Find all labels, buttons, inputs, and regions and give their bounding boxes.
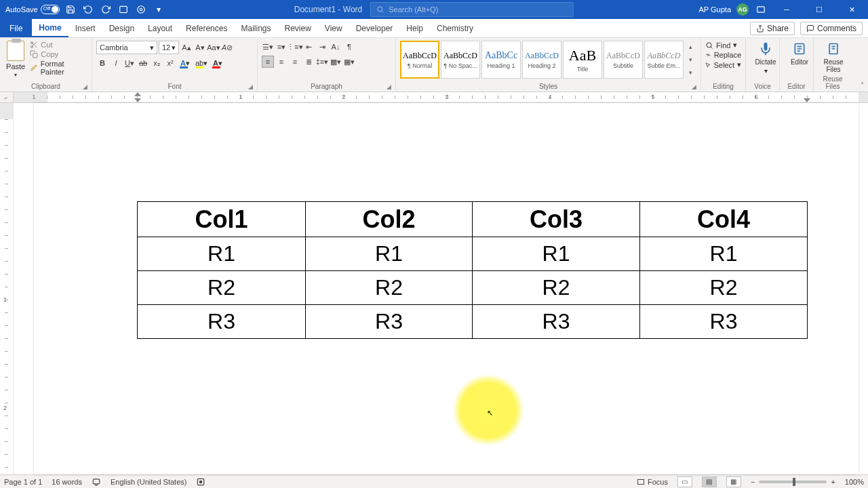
page-area[interactable]: Col1Col2Col3Col4 R1R1R1R1R2R2R2R2R3R3R3R… — [14, 103, 868, 474]
dialog-launcher-icon[interactable]: ◢ — [248, 83, 253, 90]
justify-button[interactable]: ≣ — [302, 56, 315, 68]
tab-design[interactable]: Design — [102, 19, 141, 37]
subscript-button[interactable]: x₂ — [151, 57, 163, 69]
italic-button[interactable]: I — [110, 57, 122, 69]
styles-more-button[interactable]: ▴▾▾ — [685, 41, 696, 79]
table-header[interactable]: Col1 — [138, 202, 306, 237]
replace-button[interactable]: Replace — [705, 51, 741, 59]
table-cell[interactable]: R1 — [473, 237, 640, 271]
change-case-button[interactable]: Aa▾ — [208, 41, 220, 54]
focus-mode-button[interactable]: Focus — [637, 478, 668, 486]
tab-insert[interactable]: Insert — [68, 19, 102, 37]
table-row[interactable]: R2R2R2R2 — [138, 271, 808, 305]
numbering-button[interactable]: ≡▾ — [275, 41, 288, 53]
clear-formatting-button[interactable]: A⊘ — [221, 41, 233, 54]
align-left-button[interactable]: ≡ — [262, 56, 274, 68]
table-row[interactable]: R1R1R1R1 — [138, 237, 808, 271]
table-cell[interactable]: R3 — [473, 305, 640, 339]
qat-button[interactable] — [117, 3, 130, 16]
table-cell[interactable]: R2 — [640, 271, 808, 305]
table-cell[interactable]: R2 — [306, 271, 473, 305]
increase-indent-button[interactable]: ⇥ — [316, 41, 328, 53]
find-button[interactable]: Find▾ — [705, 41, 741, 49]
show-hide-marks-button[interactable]: ¶ — [343, 41, 355, 53]
table-cell[interactable]: R1 — [138, 237, 306, 271]
zoom-out-button[interactable]: − — [751, 478, 755, 486]
collapse-ribbon-button[interactable]: ˄ — [861, 81, 864, 89]
comments-button[interactable]: Comments — [800, 22, 863, 35]
paste-button[interactable]: Paste ▾ — [4, 41, 27, 78]
bold-button[interactable]: B — [96, 57, 108, 69]
minimize-button[interactable]: ─ — [773, 0, 800, 19]
style-item[interactable]: AaBbCcDHeading 2 — [522, 41, 561, 79]
underline-button[interactable]: U▾ — [123, 57, 136, 69]
select-button[interactable]: Select▾ — [705, 60, 741, 69]
tab-layout[interactable]: Layout — [141, 19, 179, 37]
style-item[interactable]: AaBTitle — [563, 41, 602, 79]
style-item[interactable]: AaBbCcDSubtitle — [604, 41, 643, 79]
tab-references[interactable]: References — [179, 19, 234, 37]
superscript-button[interactable]: x² — [164, 57, 176, 69]
page-indicator[interactable]: Page 1 of 1 — [4, 478, 42, 486]
editor-button[interactable]: Editor — [784, 41, 815, 66]
close-button[interactable]: ✕ — [838, 0, 865, 19]
autosave-toggle[interactable]: AutoSave Off — [5, 5, 60, 14]
reuse-files-button[interactable]: Reuse Files — [818, 41, 849, 73]
style-item[interactable]: AaBbCcHeading 1 — [481, 41, 521, 79]
document-table[interactable]: Col1Col2Col3Col4 R1R1R1R1R2R2R2R2R3R3R3R… — [137, 201, 808, 339]
cut-button[interactable]: Cut — [30, 41, 87, 49]
page[interactable]: Col1Col2Col3Col4 R1R1R1R1R2R2R2R2R3R3R3R… — [34, 103, 859, 474]
maximize-button[interactable]: ☐ — [806, 0, 833, 19]
language-indicator[interactable]: English (United States) — [111, 478, 187, 486]
shading-button[interactable]: ▩▾ — [330, 56, 342, 68]
tab-view[interactable]: View — [318, 19, 349, 37]
text-effects-button[interactable]: A▾ — [178, 57, 193, 69]
bullets-button[interactable]: ☰▾ — [262, 41, 274, 53]
undo-icon[interactable] — [81, 3, 95, 16]
search-box[interactable]: Search (Alt+Q) — [370, 2, 574, 17]
table-cell[interactable]: R1 — [640, 237, 808, 271]
style-item[interactable]: AaBbCcDSubtle Em... — [644, 41, 684, 79]
share-button[interactable]: Share — [750, 22, 795, 35]
format-painter-button[interactable]: Format Painter — [30, 60, 87, 76]
copy-button[interactable]: Copy — [30, 50, 87, 58]
zoom-in-button[interactable]: + — [831, 478, 835, 486]
align-center-button[interactable]: ≡ — [275, 56, 288, 68]
font-name-combobox[interactable]: Cambria▾ — [96, 41, 157, 54]
line-spacing-button[interactable]: ‡≡▾ — [316, 56, 328, 68]
highlight-color-button[interactable]: ab▾ — [194, 57, 209, 69]
read-mode-button[interactable]: ▭ — [677, 476, 692, 487]
spell-check-icon[interactable] — [92, 477, 101, 487]
table-cell[interactable]: R2 — [138, 271, 306, 305]
zoom-level[interactable]: 100% — [845, 478, 864, 486]
table-cell[interactable]: R3 — [640, 305, 808, 339]
horizontal-ruler[interactable]: 1234561 — [14, 92, 868, 102]
font-size-combobox[interactable]: 12▾ — [159, 41, 179, 54]
file-tab[interactable]: File — [0, 19, 32, 37]
sort-button[interactable]: A↓ — [330, 41, 342, 53]
print-layout-button[interactable]: ▤ — [702, 476, 717, 487]
tab-help[interactable]: Help — [399, 19, 430, 37]
word-count[interactable]: 16 words — [52, 478, 82, 486]
redo-icon[interactable] — [99, 3, 113, 16]
table-header[interactable]: Col2 — [306, 202, 473, 237]
zoom-slider[interactable] — [759, 481, 827, 483]
dialog-launcher-icon[interactable]: ◢ — [83, 83, 87, 90]
borders-button[interactable]: ▦▾ — [343, 56, 355, 68]
web-layout-button[interactable]: ▦ — [726, 476, 741, 487]
table-cell[interactable]: R1 — [306, 237, 473, 271]
vertical-ruler[interactable]: 12 — [0, 103, 14, 474]
dictate-button[interactable]: Dictate▾ — [750, 41, 781, 75]
strikethrough-button[interactable]: ab — [137, 57, 149, 69]
style-item[interactable]: AaBbCcD¶ No Spac... — [441, 41, 480, 79]
autosave-pill[interactable]: Off — [41, 5, 60, 14]
user-name[interactable]: AP Gupta — [699, 5, 732, 14]
table-cell[interactable]: R2 — [473, 271, 640, 305]
tab-review[interactable]: Review — [277, 19, 317, 37]
table-header[interactable]: Col3 — [473, 202, 640, 237]
font-color-button[interactable]: A▾ — [210, 57, 225, 69]
dialog-launcher-icon[interactable]: ◢ — [387, 83, 391, 90]
dialog-launcher-icon[interactable]: ◢ — [692, 83, 696, 90]
table-cell[interactable]: R3 — [306, 305, 473, 339]
multilevel-list-button[interactable]: ⋮≡▾ — [289, 41, 301, 53]
